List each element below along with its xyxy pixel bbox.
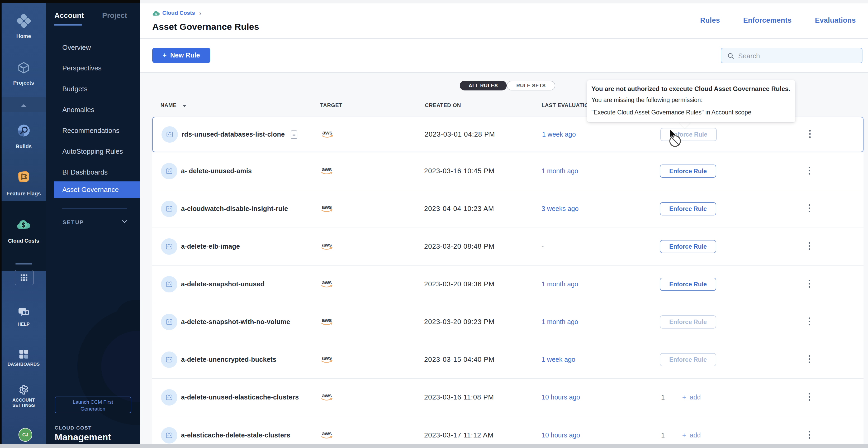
svg-text:aws: aws <box>322 317 332 323</box>
svg-text:aws: aws <box>322 130 332 136</box>
svg-text:?: ? <box>24 310 26 315</box>
svg-text:$: $ <box>155 12 157 15</box>
svg-text:aws: aws <box>322 166 332 172</box>
svg-text:aws: aws <box>322 279 332 285</box>
svg-text:aws: aws <box>322 355 332 361</box>
svg-text:$: $ <box>21 221 25 229</box>
svg-text:aws: aws <box>322 392 332 399</box>
svg-text:aws: aws <box>322 242 332 248</box>
svg-text:aws: aws <box>322 204 332 210</box>
svg-text:aws: aws <box>322 430 332 437</box>
